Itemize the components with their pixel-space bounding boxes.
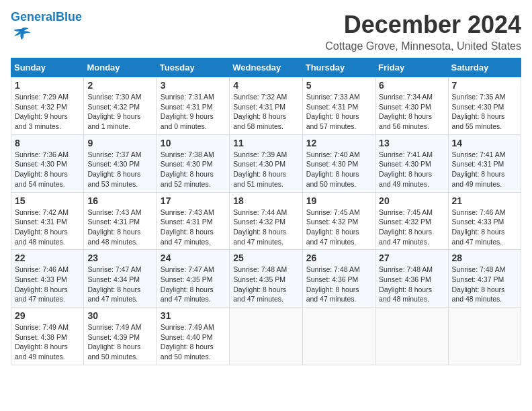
day-info: Sunrise: 7:39 AMSunset: 4:30 PMDaylight:… [233, 150, 298, 189]
day-info: Sunrise: 7:38 AMSunset: 4:30 PMDaylight:… [161, 150, 226, 189]
calendar-cell: 21 Sunrise: 7:46 AMSunset: 4:33 PMDaylig… [448, 192, 521, 250]
calendar-cell: 18 Sunrise: 7:44 AMSunset: 4:32 PMDaylig… [230, 192, 302, 250]
day-number: 9 [87, 138, 152, 148]
day-number: 7 [452, 80, 517, 91]
calendar-cell: 29 Sunrise: 7:49 AMSunset: 4:38 PMDaylig… [11, 308, 84, 365]
day-number: 4 [233, 80, 298, 91]
day-number: 19 [306, 195, 371, 206]
day-info: Sunrise: 7:35 AMSunset: 4:30 PMDaylight:… [452, 92, 517, 132]
day-number: 27 [379, 253, 444, 263]
calendar-week-row: 15 Sunrise: 7:42 AMSunset: 4:31 PMDaylig… [11, 192, 521, 250]
calendar-cell [302, 308, 375, 365]
calendar-cell: 7 Sunrise: 7:35 AMSunset: 4:30 PMDayligh… [448, 77, 521, 135]
calendar-cell: 25 Sunrise: 7:48 AMSunset: 4:35 PMDaylig… [230, 250, 302, 308]
day-number: 31 [161, 310, 226, 321]
logo-general: General [11, 10, 56, 24]
day-info: Sunrise: 7:47 AMSunset: 4:34 PMDaylight:… [87, 265, 152, 304]
calendar-cell: 30 Sunrise: 7:49 AMSunset: 4:39 PMDaylig… [84, 308, 157, 365]
calendar-week-row: 1 Sunrise: 7:29 AMSunset: 4:32 PMDayligh… [11, 77, 521, 135]
calendar-cell: 10 Sunrise: 7:38 AMSunset: 4:30 PMDaylig… [157, 134, 229, 192]
calendar-cell [448, 308, 521, 365]
day-info: Sunrise: 7:31 AMSunset: 4:31 PMDaylight:… [161, 92, 226, 132]
day-number: 17 [161, 195, 226, 206]
calendar-cell: 2 Sunrise: 7:30 AMSunset: 4:32 PMDayligh… [84, 77, 157, 135]
calendar-cell: 9 Sunrise: 7:37 AMSunset: 4:30 PMDayligh… [84, 134, 157, 192]
day-number: 30 [87, 310, 152, 321]
calendar-cell: 15 Sunrise: 7:42 AMSunset: 4:31 PMDaylig… [11, 192, 84, 250]
day-number: 18 [233, 195, 298, 206]
calendar-cell: 17 Sunrise: 7:43 AMSunset: 4:31 PMDaylig… [157, 192, 229, 250]
calendar-cell: 24 Sunrise: 7:47 AMSunset: 4:35 PMDaylig… [157, 250, 229, 308]
column-header-wednesday: Wednesday [230, 58, 302, 77]
column-header-sunday: Sunday [11, 58, 84, 77]
calendar-cell: 8 Sunrise: 7:36 AMSunset: 4:30 PMDayligh… [11, 134, 84, 192]
day-info: Sunrise: 7:46 AMSunset: 4:33 PMDaylight:… [452, 208, 517, 247]
calendar-week-row: 29 Sunrise: 7:49 AMSunset: 4:38 PMDaylig… [11, 308, 521, 365]
day-info: Sunrise: 7:49 AMSunset: 4:39 PMDaylight:… [87, 322, 152, 362]
calendar-cell: 28 Sunrise: 7:48 AMSunset: 4:37 PMDaylig… [448, 250, 521, 308]
calendar-cell: 31 Sunrise: 7:49 AMSunset: 4:40 PMDaylig… [157, 308, 229, 365]
logo-text: GeneralBlue [11, 11, 82, 24]
day-number: 14 [452, 138, 517, 148]
day-number: 10 [161, 138, 226, 148]
calendar-header-row: SundayMondayTuesdayWednesdayThursdayFrid… [11, 58, 521, 77]
calendar-cell: 4 Sunrise: 7:32 AMSunset: 4:31 PMDayligh… [230, 77, 302, 135]
calendar-cell: 19 Sunrise: 7:45 AMSunset: 4:32 PMDaylig… [302, 192, 375, 250]
column-header-tuesday: Tuesday [157, 58, 229, 77]
day-info: Sunrise: 7:41 AMSunset: 4:30 PMDaylight:… [379, 150, 444, 189]
day-info: Sunrise: 7:32 AMSunset: 4:31 PMDaylight:… [233, 92, 298, 132]
day-info: Sunrise: 7:41 AMSunset: 4:31 PMDaylight:… [452, 150, 517, 189]
day-info: Sunrise: 7:37 AMSunset: 4:30 PMDaylight:… [87, 150, 152, 189]
day-number: 16 [87, 195, 152, 206]
day-number: 26 [306, 253, 371, 263]
calendar-cell: 26 Sunrise: 7:48 AMSunset: 4:36 PMDaylig… [302, 250, 375, 308]
calendar-cell: 22 Sunrise: 7:46 AMSunset: 4:33 PMDaylig… [11, 250, 84, 308]
day-info: Sunrise: 7:34 AMSunset: 4:30 PMDaylight:… [379, 92, 444, 132]
day-number: 29 [15, 310, 80, 321]
column-header-friday: Friday [375, 58, 448, 77]
day-number: 28 [452, 253, 517, 263]
day-info: Sunrise: 7:36 AMSunset: 4:30 PMDaylight:… [15, 150, 80, 189]
day-info: Sunrise: 7:33 AMSunset: 4:31 PMDaylight:… [306, 92, 371, 132]
day-number: 2 [87, 80, 152, 91]
calendar-cell: 20 Sunrise: 7:45 AMSunset: 4:32 PMDaylig… [375, 192, 448, 250]
day-number: 23 [87, 253, 152, 263]
day-info: Sunrise: 7:49 AMSunset: 4:38 PMDaylight:… [15, 322, 80, 362]
day-number: 22 [15, 253, 80, 263]
day-number: 5 [306, 80, 371, 91]
calendar-table: SundayMondayTuesdayWednesdayThursdayFrid… [11, 58, 521, 365]
calendar-cell: 3 Sunrise: 7:31 AMSunset: 4:31 PMDayligh… [157, 77, 229, 135]
day-info: Sunrise: 7:48 AMSunset: 4:36 PMDaylight:… [379, 265, 444, 304]
column-header-monday: Monday [84, 58, 157, 77]
logo-bird-icon [12, 24, 31, 43]
day-number: 20 [379, 195, 444, 206]
day-info: Sunrise: 7:49 AMSunset: 4:40 PMDaylight:… [161, 322, 226, 362]
day-info: Sunrise: 7:48 AMSunset: 4:37 PMDaylight:… [452, 265, 517, 304]
day-number: 8 [15, 138, 80, 148]
column-header-thursday: Thursday [302, 58, 375, 77]
calendar-cell: 13 Sunrise: 7:41 AMSunset: 4:30 PMDaylig… [375, 134, 448, 192]
calendar-cell [230, 308, 302, 365]
day-info: Sunrise: 7:48 AMSunset: 4:36 PMDaylight:… [306, 265, 371, 304]
calendar-cell: 16 Sunrise: 7:43 AMSunset: 4:31 PMDaylig… [84, 192, 157, 250]
calendar-cell: 27 Sunrise: 7:48 AMSunset: 4:36 PMDaylig… [375, 250, 448, 308]
day-info: Sunrise: 7:30 AMSunset: 4:32 PMDaylight:… [87, 92, 152, 132]
day-info: Sunrise: 7:48 AMSunset: 4:35 PMDaylight:… [233, 265, 298, 304]
day-number: 11 [233, 138, 298, 148]
day-info: Sunrise: 7:46 AMSunset: 4:33 PMDaylight:… [15, 265, 80, 304]
day-number: 15 [15, 195, 80, 206]
title-block: December 2024 Cottage Grove, Minnesota, … [325, 11, 521, 52]
calendar-cell: 6 Sunrise: 7:34 AMSunset: 4:30 PMDayligh… [375, 77, 448, 135]
subtitle: Cottage Grove, Minnesota, United States [325, 40, 521, 52]
logo-blue: Blue [56, 10, 82, 24]
day-info: Sunrise: 7:45 AMSunset: 4:32 PMDaylight:… [379, 208, 444, 247]
page-header: GeneralBlue December 2024 Cottage Grove,… [11, 11, 521, 52]
day-info: Sunrise: 7:42 AMSunset: 4:31 PMDaylight:… [15, 208, 80, 247]
day-number: 1 [15, 80, 80, 91]
calendar-cell: 5 Sunrise: 7:33 AMSunset: 4:31 PMDayligh… [302, 77, 375, 135]
column-header-saturday: Saturday [448, 58, 521, 77]
day-info: Sunrise: 7:47 AMSunset: 4:35 PMDaylight:… [161, 265, 226, 304]
calendar-cell: 12 Sunrise: 7:40 AMSunset: 4:30 PMDaylig… [302, 134, 375, 192]
day-info: Sunrise: 7:29 AMSunset: 4:32 PMDaylight:… [15, 92, 80, 132]
day-number: 21 [452, 195, 517, 206]
